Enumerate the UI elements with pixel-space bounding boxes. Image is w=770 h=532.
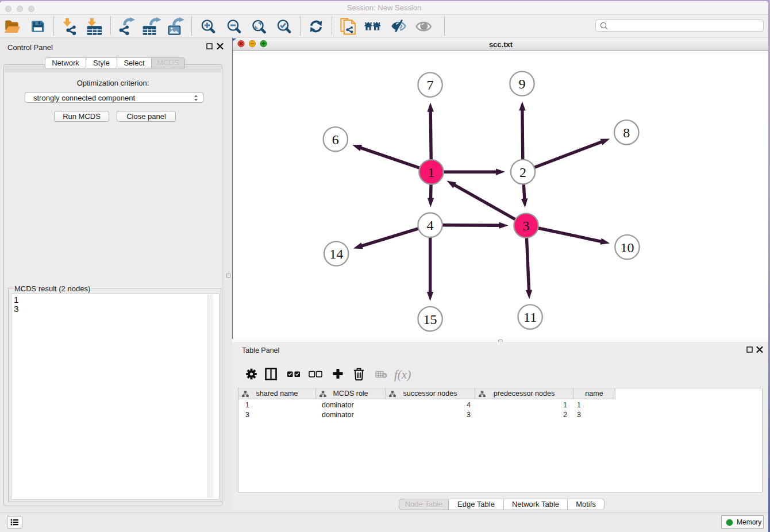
svg-text:8: 8 xyxy=(623,125,630,140)
svg-text:2: 2 xyxy=(519,165,526,180)
svg-text:9: 9 xyxy=(519,76,526,91)
svg-text:11: 11 xyxy=(523,310,537,325)
svg-text:14: 14 xyxy=(329,246,343,261)
svg-text:6: 6 xyxy=(332,132,339,147)
svg-text:10: 10 xyxy=(621,240,634,255)
svg-text:f(x): f(x) xyxy=(394,368,411,381)
svg-text:7: 7 xyxy=(427,78,434,92)
svg-text:4: 4 xyxy=(427,218,434,233)
svg-text:3: 3 xyxy=(523,218,530,233)
svg-text:15: 15 xyxy=(424,312,437,327)
svg-text:1: 1 xyxy=(428,165,435,180)
